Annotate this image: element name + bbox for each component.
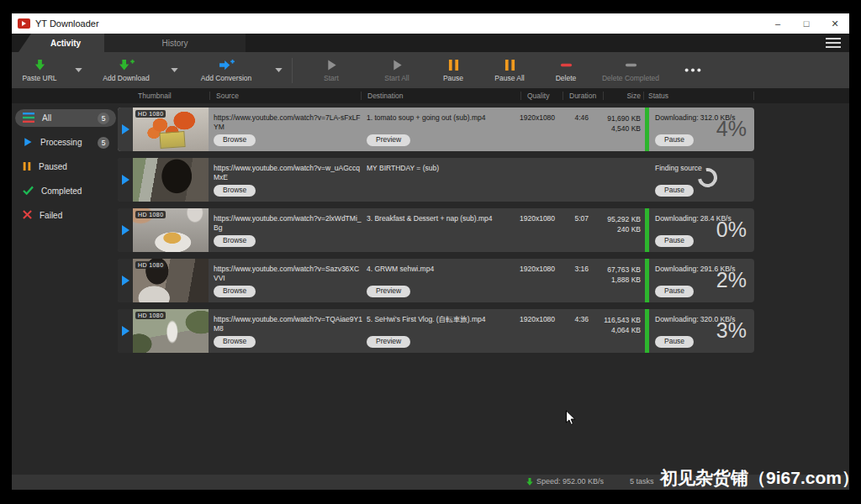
more-actions-button[interactable] bbox=[668, 52, 717, 88]
add-conversion-dropdown[interactable] bbox=[267, 52, 289, 88]
progress-percent: 0% bbox=[716, 218, 747, 242]
download-row[interactable]: HD 1080 https://www.youtube.com/watch?v=… bbox=[118, 108, 754, 151]
play-icon bbox=[23, 137, 33, 149]
header-size[interactable]: Size bbox=[610, 92, 641, 100]
download-arrow-icon bbox=[34, 59, 46, 71]
add-download-icon bbox=[119, 59, 135, 71]
app-logo-icon bbox=[18, 18, 30, 29]
sidebar-item-all[interactable]: All 5 bbox=[15, 109, 116, 127]
tab-history[interactable]: History bbox=[104, 34, 246, 52]
download-row[interactable]: HD 1080 https://www.youtube.com/watch?v=… bbox=[118, 208, 754, 252]
header-source[interactable]: Source bbox=[216, 92, 239, 100]
window-title: YT Downloader bbox=[35, 18, 99, 29]
source-url: https://www.youtube.com/watch?v=Sazv36XC… bbox=[214, 265, 363, 283]
download-row[interactable]: https://www.youtube.com/watch?v=w_uAGccq… bbox=[118, 158, 754, 202]
thumbnail-image[interactable]: HD 1080 bbox=[133, 309, 209, 353]
paste-url-dropdown[interactable] bbox=[67, 52, 89, 88]
pause-all-button[interactable]: Pause All bbox=[480, 52, 539, 88]
paste-url-button[interactable]: Paste URL bbox=[12, 52, 67, 88]
row-play-button[interactable] bbox=[118, 208, 133, 252]
add-download-dropdown[interactable] bbox=[163, 52, 185, 88]
titlebar: YT Downloader – □ ✕ bbox=[12, 13, 849, 34]
browse-button[interactable]: Browse bbox=[214, 134, 256, 146]
app-window: YT Downloader – □ ✕ Activity History Pas… bbox=[12, 13, 849, 490]
close-button[interactable]: ✕ bbox=[821, 13, 849, 34]
toolbar: Paste URL Add Download Add Conversion St… bbox=[12, 52, 849, 88]
maximize-button[interactable]: □ bbox=[792, 13, 821, 34]
tab-activity[interactable]: Activity bbox=[18, 34, 104, 52]
row-play-button[interactable] bbox=[118, 309, 133, 353]
thumbnail-image[interactable]: HD 1080 bbox=[133, 208, 209, 252]
browse-button[interactable]: Browse bbox=[214, 336, 256, 348]
ellipsis-icon bbox=[684, 64, 702, 76]
tasks-count: 5 tasks bbox=[630, 477, 654, 486]
duration-value: 4:46 bbox=[551, 113, 589, 122]
preview-button[interactable]: Preview bbox=[367, 134, 410, 146]
start-all-button[interactable]: Start All bbox=[367, 52, 426, 88]
hd-badge: HD 1080 bbox=[135, 211, 166, 218]
browse-button[interactable]: Browse bbox=[214, 235, 256, 247]
table-header: Thumbnail Source Destination Quality Dur… bbox=[12, 88, 849, 103]
tab-strip: Activity History bbox=[12, 34, 849, 52]
header-duration[interactable]: Duration bbox=[569, 92, 596, 100]
delete-completed-button[interactable]: Delete Completed bbox=[593, 52, 668, 88]
duration-value: 4:36 bbox=[551, 315, 589, 323]
delete-button[interactable]: Delete bbox=[539, 52, 593, 88]
minimize-button[interactable]: – bbox=[763, 13, 792, 34]
header-thumbnail[interactable]: Thumbnail bbox=[138, 92, 172, 100]
pause-button[interactable]: Pause bbox=[655, 235, 694, 247]
progress-bar bbox=[645, 309, 649, 353]
delete-icon bbox=[560, 59, 573, 71]
play-icon bbox=[122, 276, 129, 286]
download-row[interactable]: HD 1080 https://www.youtube.com/watch?v=… bbox=[118, 309, 754, 353]
row-play-button[interactable] bbox=[118, 259, 133, 302]
thumbnail-image[interactable]: HD 1080 bbox=[133, 259, 209, 302]
quality-value: 1920x1080 bbox=[520, 315, 555, 323]
pause-button[interactable]: Pause bbox=[655, 286, 694, 297]
duration-value: 5:07 bbox=[551, 214, 589, 223]
hd-badge: HD 1080 bbox=[135, 110, 166, 118]
pause-button[interactable]: Pause bbox=[655, 185, 694, 197]
pause-button[interactable]: Pause bbox=[655, 336, 694, 348]
row-play-button[interactable] bbox=[118, 158, 133, 202]
header-quality[interactable]: Quality bbox=[527, 92, 549, 100]
toolbar-separator bbox=[292, 58, 293, 83]
sidebar-item-processing[interactable]: Processing 5 bbox=[15, 134, 116, 151]
progress-bar bbox=[645, 208, 649, 252]
header-destination[interactable]: Destination bbox=[367, 92, 404, 100]
menu-icon[interactable] bbox=[826, 38, 841, 48]
destination-text: 4. GRWM sehwi.mp4 bbox=[367, 265, 511, 274]
browse-button[interactable]: Browse bbox=[214, 286, 256, 297]
thumbnail-image[interactable]: HD 1080 bbox=[133, 108, 209, 151]
sidebar-item-completed[interactable]: Completed bbox=[15, 182, 116, 200]
sidebar-item-failed[interactable]: Failed bbox=[15, 207, 116, 224]
screen: YT Downloader – □ ✕ Activity History Pas… bbox=[0, 0, 861, 504]
preview-button[interactable]: Preview bbox=[367, 286, 410, 297]
header-status[interactable]: Status bbox=[648, 92, 668, 100]
pause-button[interactable]: Pause bbox=[655, 134, 694, 146]
size-value: 116,543 KB4,064 KB bbox=[585, 315, 641, 336]
main-area: All 5 Processing 5 Paused Completed bbox=[12, 103, 849, 475]
preview-button[interactable]: Preview bbox=[367, 336, 410, 348]
thumbnail-image[interactable] bbox=[133, 158, 209, 202]
row-play-button[interactable] bbox=[118, 108, 133, 151]
pause-button[interactable]: Pause bbox=[426, 52, 480, 88]
play-all-icon bbox=[391, 59, 404, 71]
progress-percent: 4% bbox=[716, 117, 747, 141]
browse-button[interactable]: Browse bbox=[214, 185, 256, 197]
sidebar-item-label: Processing bbox=[40, 138, 82, 147]
play-icon bbox=[122, 175, 129, 185]
add-conversion-button[interactable]: Add Conversion bbox=[185, 52, 267, 88]
sidebar-item-paused[interactable]: Paused bbox=[15, 158, 116, 176]
source-url: https://www.youtube.com/watch?v=7LA-sFxL… bbox=[214, 113, 363, 132]
download-row[interactable]: HD 1080 https://www.youtube.com/watch?v=… bbox=[118, 259, 754, 302]
destination-text: 3. Breakfast & Dessert + nap (sub).mp4 bbox=[367, 214, 511, 223]
progress-percent: 3% bbox=[716, 318, 747, 343]
start-button[interactable]: Start bbox=[295, 52, 367, 88]
quality-value: 1920x1080 bbox=[520, 265, 555, 273]
add-download-button[interactable]: Add Download bbox=[89, 52, 163, 88]
sidebar-item-label: Paused bbox=[39, 162, 67, 171]
download-arrow-icon bbox=[526, 478, 533, 486]
count-badge: 5 bbox=[98, 137, 109, 149]
pause-icon bbox=[448, 59, 459, 71]
